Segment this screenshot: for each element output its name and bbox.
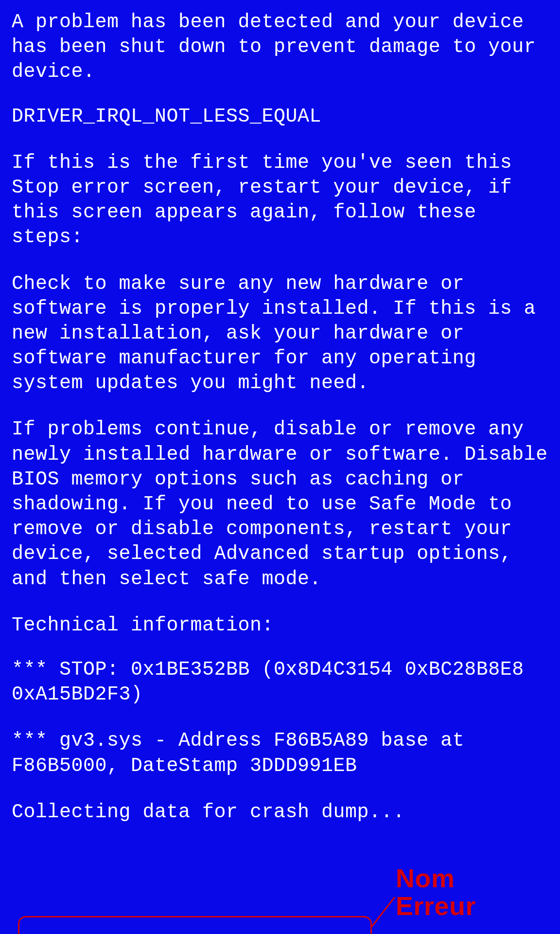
annotation-error-name-box <box>18 916 372 934</box>
bsod-technical-info-label: Technical information: <box>12 613 548 638</box>
annotation-connector-line <box>371 895 398 927</box>
bsod-problems-continue-text: If problems continue, disable or remove … <box>12 417 548 591</box>
bsod-first-time-text: If this is the first time you've seen th… <box>12 150 548 250</box>
bsod-check-hardware-text: Check to make sure any new hardware or s… <box>12 271 548 396</box>
svg-line-0 <box>371 897 395 927</box>
bsod-stop-line: *** STOP: 0x1BE352BB (0x8D4C3154 0xBC28B… <box>12 657 548 707</box>
bsod-collecting-text: Collecting data for crash dump... <box>12 800 548 825</box>
annotation-error-name-label-line1: Nom <box>396 863 455 893</box>
bsod-error-name: DRIVER_IRQL_NOT_LESS_EQUAL <box>12 104 548 129</box>
bsod-intro-text: A problem has been detected and your dev… <box>12 10 548 85</box>
bsod-driver-line: *** gv3.sys - Address F86B5A89 base at F… <box>12 728 548 778</box>
annotation-error-name-label-line2: Erreur <box>396 891 476 920</box>
annotation-error-name-label: Nom Erreur <box>396 864 476 919</box>
